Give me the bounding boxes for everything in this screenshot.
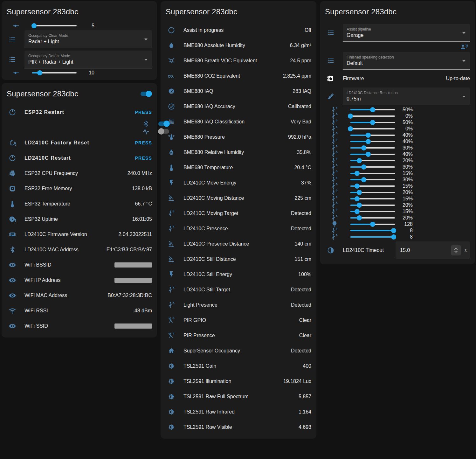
slider[interactable] <box>350 145 395 151</box>
row-tsl2591-gain[interactable]: TSL2591 Gain400 <box>166 358 311 374</box>
row-ld2410c-gate2-move-thr[interactable]: LD2410C Gate2 Move Thr…40% <box>329 132 373 138</box>
slider[interactable] <box>350 151 395 157</box>
slider[interactable] <box>350 119 395 126</box>
slider-thumb[interactable] <box>357 158 362 163</box>
slider-thumb[interactable] <box>361 145 366 150</box>
slider[interactable] <box>32 23 77 29</box>
slider[interactable] <box>350 189 395 196</box>
row-pir-gpio[interactable]: PIR GPIOClear <box>166 313 311 328</box>
slider[interactable] <box>350 113 395 119</box>
row-firmware[interactable]: FirmwareUp-to-date <box>325 71 470 86</box>
slider-thumb[interactable] <box>391 234 396 240</box>
row-bme680-iaq-classification[interactable]: BME680 IAQ ClassificationVery Bad <box>166 114 311 129</box>
row-ld2410c-still-distance[interactable]: LD2410C Still Distance151 cm <box>166 252 311 267</box>
row-ld2410c-presence[interactable]: LD2410C PresenceDetected <box>166 221 311 236</box>
row-ld2410c-gate8-still-thres[interactable]: LD2410C Gate8 Still Thres…20% <box>329 215 373 221</box>
stepper-icon[interactable] <box>451 245 461 255</box>
press-button[interactable]: PRESS <box>135 156 152 161</box>
device-enabled-toggle[interactable] <box>140 90 152 98</box>
slider-thumb[interactable] <box>357 203 362 208</box>
row-ld2410c-gate0-move-thr[interactable]: LD2410C Gate0 Move Thr…50% <box>329 107 373 113</box>
slider-thumb[interactable] <box>348 126 353 131</box>
row-ld2410c-gate5-still-thres[interactable]: LD2410C Gate5 Still Thres…30% <box>329 177 373 183</box>
row-ld2410c-still-target[interactable]: LD2410C Still TargetDetected <box>166 282 311 297</box>
slider-track[interactable] <box>350 128 395 129</box>
row-ld2410c-gate1-still-thres[interactable]: LD2410C Gate1 Still Thres…0% <box>329 126 373 132</box>
row-esp32-temperature[interactable]: ESP32 Temperature66.7 °C <box>7 196 152 212</box>
slider-thumb[interactable] <box>355 209 360 214</box>
row-wifi-bssid[interactable]: WiFi BSSID <box>7 257 152 273</box>
slider-thumb[interactable] <box>357 190 362 195</box>
slider[interactable] <box>350 227 395 234</box>
row-ld2410c-engineering-mode[interactable]: LD2410C Engineering Mode <box>140 128 152 135</box>
toggle-thumb[interactable] <box>163 121 170 127</box>
row-pir-presence[interactable]: PIR PresenceClear <box>166 328 311 343</box>
row-wifi-ip-address[interactable]: WiFi IP Address <box>7 273 152 288</box>
row-pir-hold-time[interactable]: PIR Hold Time10 <box>10 70 55 76</box>
slider[interactable] <box>350 170 395 177</box>
row-ld2410c-mac-address[interactable]: LD2410C MAC AddressE1:C3:B3:CB:BA:87 <box>7 242 152 257</box>
row-ld2410c-gate7-still-thres[interactable]: LD2410C Gate7 Still Thres…20% <box>329 202 373 208</box>
row-bme680-temperature[interactable]: BME680 Temperature20.4 °C <box>166 160 311 175</box>
row-tsl2591-raw-visible[interactable]: TSL2591 Raw Visible4,693 <box>166 420 311 435</box>
row-ld2410c-light-threshold[interactable]: LD2410C Light Threshold128 <box>329 221 373 227</box>
row-light-presence[interactable]: Light PresenceDetected <box>166 297 311 313</box>
toggle-switch[interactable] <box>158 120 170 128</box>
row-ld2410c-bluetooth[interactable]: LD2410C Bluetooth <box>140 120 152 128</box>
slider-track[interactable] <box>350 115 395 117</box>
number-input[interactable]: 15.0s <box>396 241 470 259</box>
row-ld2410c-gate6-move-thr[interactable]: LD2410C Gate6 Move Thr…15% <box>329 183 373 189</box>
row-ld2410c-gate0-still-thres[interactable]: LD2410C Gate0 Still Thres…0% <box>329 113 373 119</box>
row-bme680-iaq[interactable]: BME680 IAQ283 IAQ <box>166 84 311 99</box>
row-tsl2591-raw-full-spectrum[interactable]: TSL2591 Raw Full Spectrum5,857 <box>166 389 311 404</box>
slider[interactable] <box>350 157 395 164</box>
row-ld2410c-factory-reset[interactable]: LD2410C Factory ResetPRESS <box>7 135 152 150</box>
slider-thumb[interactable] <box>370 120 375 125</box>
select-field[interactable]: Assist pipelineGarage <box>343 24 470 42</box>
slider[interactable] <box>350 107 395 113</box>
row-enable-wake-word[interactable]: Enable Wake Word <box>458 43 470 51</box>
toggle-thumb[interactable] <box>158 128 164 135</box>
slider[interactable] <box>350 126 395 132</box>
row-ld2410c-gate4-move-thr[interactable]: LD2410C Gate4 Move Thr…20% <box>329 157 373 164</box>
row-assist-in-progress[interactable]: Assist in progressOff <box>166 23 311 38</box>
row-esp32-free-memory[interactable]: ESP32 Free Memory138.0 kB <box>7 181 152 196</box>
row-bme680-breath-voc-equivalent[interactable]: BME680 Breath VOC Equivalent24.5 ppm <box>166 53 311 68</box>
slider-thumb[interactable] <box>366 152 371 157</box>
slider[interactable] <box>350 196 395 202</box>
row-ld2410c-gate6-still-thres[interactable]: LD2410C Gate6 Still Thres…20% <box>329 189 373 196</box>
row-ld2410c-gate8-move-thr[interactable]: LD2410C Gate8 Move Thr…15% <box>329 208 373 215</box>
row-ld2410c-gate4-still-thres[interactable]: LD2410C Gate4 Still Thres…30% <box>329 164 373 170</box>
select-field[interactable]: LD2410C Distance Resolution0.75m <box>343 87 470 105</box>
slider-thumb[interactable] <box>366 133 371 138</box>
slider-track[interactable] <box>32 25 77 26</box>
slider[interactable] <box>350 177 395 183</box>
slider-thumb[interactable] <box>37 70 42 75</box>
slider-thumb[interactable] <box>361 177 366 182</box>
toggle-switch[interactable] <box>158 128 170 135</box>
row-ld2410c-max-still-distanc[interactable]: LD2410C Max Still Distanc…8 <box>329 234 373 240</box>
row-tsl2591-illumination[interactable]: TSL2591 Illumination19.1824 Lux <box>166 374 311 389</box>
row-occupancy-detect-mode[interactable]: Occupancy Detect ModePIR + Radar + Light <box>7 49 152 70</box>
slider[interactable] <box>350 202 395 208</box>
slider-thumb[interactable] <box>355 171 360 176</box>
row-tsl2591-raw-infrared[interactable]: TSL2591 Raw Infrared1,164 <box>166 404 311 420</box>
row-wifi-ssid[interactable]: WiFi SSID <box>7 318 152 334</box>
slider-thumb[interactable] <box>355 196 360 201</box>
row-bme680-absolute-humidity[interactable]: BME680 Absolute Humidity6.34 g/m³ <box>166 38 311 53</box>
row-wifi-rssi[interactable]: WiFi RSSI-48 dBm <box>7 303 152 318</box>
slider-thumb[interactable] <box>361 164 366 170</box>
slider[interactable] <box>350 138 395 145</box>
row-ld2410c-distance-resolution[interactable]: LD2410C Distance Resolution0.75m <box>325 86 470 107</box>
slider[interactable] <box>350 221 395 227</box>
row-ld2410c-timeout[interactable]: LD2410C Timeout15.0s <box>325 240 470 261</box>
row-ld2410c-gate3-still-thres[interactable]: LD2410C Gate3 Still Thres…40% <box>329 151 373 157</box>
row-ld2410c-moving-target[interactable]: LD2410C Moving TargetDetected <box>166 206 311 221</box>
row-finished-speaking-detection[interactable]: Finished speaking detectionDefault <box>325 51 470 71</box>
slider-thumb[interactable] <box>391 228 396 233</box>
slider[interactable] <box>350 234 395 240</box>
row-esp32-restart[interactable]: ESP32 RestartPRESS <box>7 105 152 120</box>
slider-thumb[interactable] <box>370 107 375 112</box>
slider-thumb[interactable] <box>348 114 353 119</box>
row-ld2410c-firmware-version[interactable]: LD2410C Firmware Version2.04.23022511 <box>7 227 152 242</box>
